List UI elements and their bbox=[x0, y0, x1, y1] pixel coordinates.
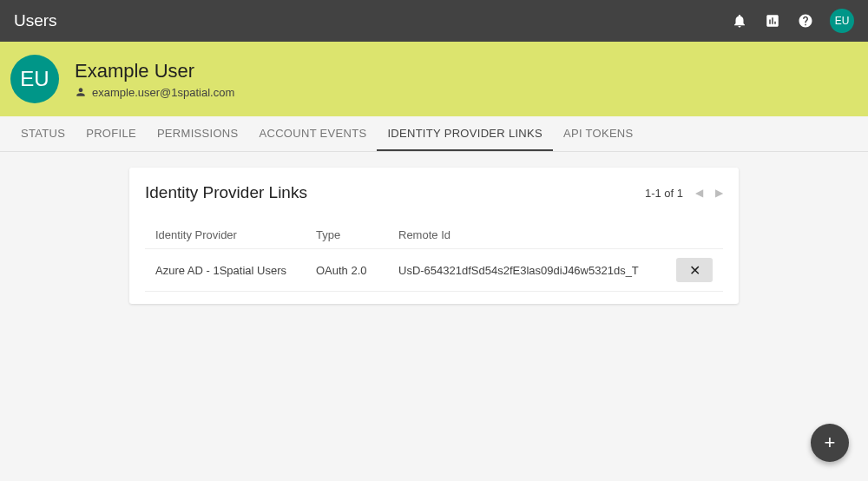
user-info: Example User example.user@1spatial.com bbox=[75, 60, 234, 99]
topbar-actions: EU bbox=[731, 9, 854, 33]
pager-next-icon[interactable]: ▶ bbox=[715, 187, 723, 199]
close-icon: ✕ bbox=[689, 262, 700, 279]
tab-status[interactable]: STATUS bbox=[10, 116, 76, 151]
identity-provider-links-card: Identity Provider Links 1-1 of 1 ◀ ▶ Ide… bbox=[129, 168, 739, 304]
user-email-row: example.user@1spatial.com bbox=[75, 86, 234, 99]
cell-provider: Azure AD - 1Spatial Users bbox=[155, 264, 316, 277]
card-header: Identity Provider Links 1-1 of 1 ◀ ▶ bbox=[145, 183, 723, 202]
tab-account-events[interactable]: ACCOUNT EVENTS bbox=[249, 116, 378, 151]
col-header-provider: Identity Provider bbox=[155, 228, 316, 241]
card-title: Identity Provider Links bbox=[145, 183, 307, 202]
add-button[interactable]: + bbox=[811, 424, 849, 462]
table-row: Azure AD - 1Spatial UsersOAuth 2.0UsD-65… bbox=[145, 248, 723, 292]
notifications-icon[interactable] bbox=[731, 12, 748, 30]
topbar: Users EU bbox=[0, 0, 868, 42]
user-email: example.user@1spatial.com bbox=[92, 86, 234, 99]
pager-prev-icon[interactable]: ◀ bbox=[695, 187, 703, 199]
cell-remote: UsD-654321dfSd54s2fE3las09diJ46w5321ds_T bbox=[398, 264, 669, 277]
delete-link-button[interactable]: ✕ bbox=[676, 258, 713, 282]
tab-profile[interactable]: PROFILE bbox=[76, 116, 147, 151]
tab-bar: STATUSPROFILEPERMISSIONSACCOUNT EVENTSID… bbox=[0, 116, 868, 152]
idp-table: Identity Provider Type Remote Id Azure A… bbox=[145, 221, 723, 292]
user-avatar: EU bbox=[10, 55, 59, 103]
col-header-type: Type bbox=[316, 228, 398, 241]
user-name: Example User bbox=[75, 60, 234, 82]
reports-icon[interactable] bbox=[764, 12, 781, 30]
cell-action: ✕ bbox=[669, 258, 713, 282]
current-user-avatar[interactable]: EU bbox=[830, 9, 854, 33]
col-header-remote: Remote Id bbox=[398, 228, 669, 241]
person-icon bbox=[75, 86, 87, 98]
page-title: Users bbox=[14, 11, 731, 30]
tab-permissions[interactable]: PERMISSIONS bbox=[147, 116, 249, 151]
pager-text: 1-1 of 1 bbox=[645, 187, 683, 200]
help-icon[interactable] bbox=[797, 12, 814, 30]
pager: 1-1 of 1 ◀ ▶ bbox=[645, 187, 723, 200]
tab-identity-provider-links[interactable]: IDENTITY PROVIDER LINKS bbox=[377, 116, 553, 151]
tab-api-tokens[interactable]: API TOKENS bbox=[553, 116, 644, 151]
user-header: EU Example User example.user@1spatial.co… bbox=[0, 42, 868, 116]
cell-type: OAuth 2.0 bbox=[316, 264, 398, 277]
table-header: Identity Provider Type Remote Id bbox=[145, 221, 723, 248]
